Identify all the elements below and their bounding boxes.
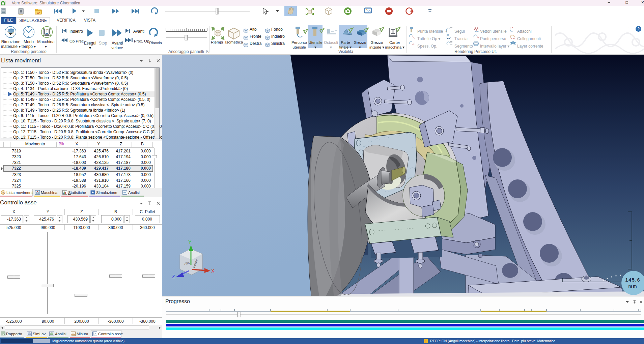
svg-text:?: ?: [637, 27, 640, 31]
svg-text:!: !: [425, 340, 426, 343]
svg-text:NC: NC: [1, 192, 5, 194]
svg-text:NC: NC: [37, 12, 40, 15]
svg-text:Y: Y: [188, 239, 192, 245]
svg-text:Z: Z: [172, 274, 175, 279]
svg-text:145.6: 145.6: [625, 277, 640, 283]
svg-text:X: X: [211, 268, 215, 274]
svg-text:Alto: Alto: [184, 261, 190, 265]
svg-text:mm: mm: [628, 284, 637, 289]
